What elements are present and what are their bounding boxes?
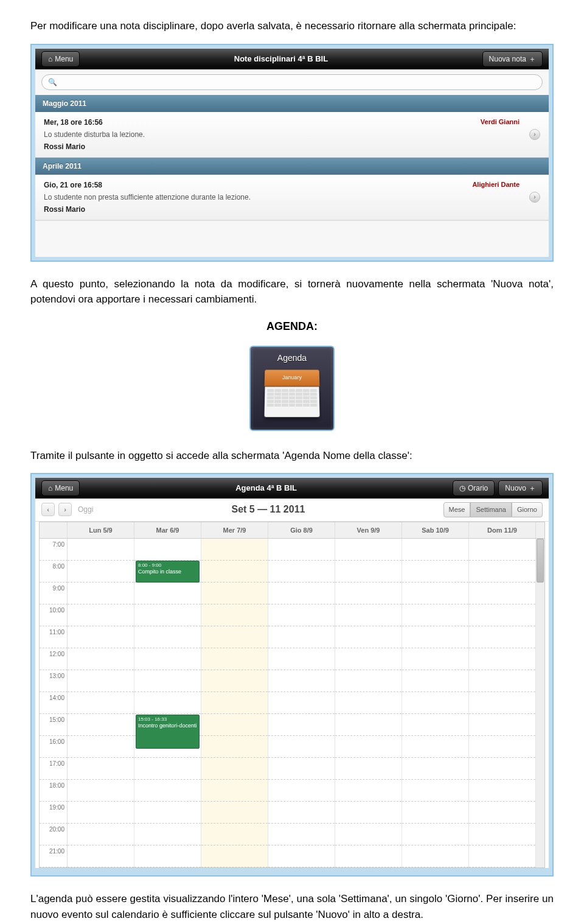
note-student: Rossi Mario xyxy=(44,141,540,152)
calendar-frame: Lun 5/9 Mar 6/9 Mer 7/9 Gio 8/9 Ven 9/9 … xyxy=(39,522,545,869)
time-label: 21:00 xyxy=(40,845,68,867)
note-row[interactable]: Gio, 21 ore 16:58 Lo studente non presta… xyxy=(35,175,549,220)
note-description: Lo studente disturba la lezione. xyxy=(44,129,540,140)
note-row[interactable]: Mer, 18 ore 16:56 Lo studente disturba l… xyxy=(35,112,549,158)
day-column[interactable] xyxy=(68,539,134,867)
today-button[interactable]: Oggi xyxy=(78,504,93,515)
day-column[interactable] xyxy=(335,539,402,867)
notes-title: Note disciplinari 4ª B BIL xyxy=(234,53,328,65)
time-label: 16:00 xyxy=(40,736,68,758)
menu-label: Menu xyxy=(55,483,73,494)
note-author: Alighieri Dante xyxy=(472,180,520,190)
day-header: Ven 9/9 xyxy=(335,522,402,539)
time-label: 11:00 xyxy=(40,626,68,648)
menu-button[interactable]: ⌂ Menu xyxy=(41,51,80,67)
orario-label: Orario xyxy=(468,483,488,494)
note-datetime: Gio, 21 ore 16:58 xyxy=(44,180,540,191)
agenda-topbar: ⌂ Menu Agenda 4ª B BIL ◷ Orario Nuovo ＋ xyxy=(35,478,549,499)
plus-icon: ＋ xyxy=(529,483,536,494)
day-header: Lun 5/9 xyxy=(68,522,134,539)
month-header-maggio: Maggio 2011 xyxy=(35,95,549,112)
agenda-tile-container: Agenda January xyxy=(30,346,554,431)
clock-icon: ◷ xyxy=(459,483,465,494)
time-grid[interactable]: 7:008:009:0010:0011:0012:0013:0014:0015:… xyxy=(40,539,536,867)
new-note-label: Nuova nota xyxy=(489,54,526,65)
day-header: Mar 6/9 xyxy=(134,522,201,539)
day-column[interactable] xyxy=(469,539,536,867)
plus-icon: ＋ xyxy=(529,54,536,65)
orario-button[interactable]: ◷ Orario xyxy=(453,480,495,496)
menu-label: Menu xyxy=(55,54,73,65)
agenda-tile-label: Agenda xyxy=(277,352,307,365)
event-time: 8:00 - 9:00 xyxy=(138,562,197,569)
event-label: Incontro genitori-docenti xyxy=(138,723,197,729)
nuovo-button[interactable]: Nuovo ＋ xyxy=(498,480,543,496)
time-label: 12:00 xyxy=(40,648,68,670)
scroll-header-spacer xyxy=(536,522,544,539)
time-label: 17:00 xyxy=(40,758,68,780)
time-label: 14:00 xyxy=(40,692,68,714)
calendar-icon: January xyxy=(265,369,319,418)
view-giorno-button[interactable]: Giorno xyxy=(512,502,543,517)
day-column[interactable] xyxy=(402,539,469,867)
calendar-icon-month: January xyxy=(265,369,320,386)
time-label: 19:00 xyxy=(40,802,68,824)
event-label: Compito in classe xyxy=(138,569,197,575)
day-column[interactable]: 8:00 - 9:00Compito in classe15:03 - 16:3… xyxy=(134,539,201,867)
date-range-title: Set 5 — 11 2011 xyxy=(93,502,443,517)
day-column[interactable] xyxy=(268,539,335,867)
calendar-event[interactable]: 8:00 - 9:00Compito in classe xyxy=(136,561,200,583)
view-mese-button[interactable]: Mese xyxy=(443,502,471,517)
day-column[interactable] xyxy=(201,539,268,867)
chevron-right-icon: › xyxy=(529,129,540,140)
menu-button[interactable]: ⌂ Menu xyxy=(41,480,80,496)
search-icon: 🔍 xyxy=(48,77,57,88)
paragraph-2: A questo punto, selezionando la nota da … xyxy=(30,276,554,307)
view-segment: Mese Settimana Giorno xyxy=(443,502,543,517)
note-datetime: Mer, 18 ore 16:56 xyxy=(44,117,540,128)
nuovo-label: Nuovo xyxy=(505,483,526,494)
search-row: 🔍 xyxy=(35,69,549,95)
day-header: Gio 8/9 xyxy=(268,522,335,539)
paragraph-1: Per modificare una nota disciplinare, do… xyxy=(30,18,554,34)
new-note-button[interactable]: Nuova nota ＋ xyxy=(482,51,543,67)
agenda-title: Agenda 4ª B BIL xyxy=(235,482,297,494)
day-headers: Lun 5/9 Mar 6/9 Mer 7/9 Gio 8/9 Ven 9/9 … xyxy=(40,522,544,539)
time-label: 7:00 xyxy=(40,539,68,561)
prev-week-button[interactable]: ‹ xyxy=(41,503,55,516)
time-label: 10:00 xyxy=(40,604,68,626)
agenda-datebar: ‹ › Oggi Set 5 — 11 2011 Mese Settimana … xyxy=(35,499,549,522)
notes-empty-area xyxy=(35,220,549,257)
month-header-aprile: Aprile 2011 xyxy=(35,158,549,175)
paragraph-4: L'agenda può essere gestita visualizzand… xyxy=(30,891,554,922)
chevron-right-icon: › xyxy=(529,192,540,203)
time-label: 9:00 xyxy=(40,583,68,604)
home-icon: ⌂ xyxy=(48,54,52,65)
vertical-scrollbar[interactable] xyxy=(536,539,544,867)
event-time: 15:03 - 16:33 xyxy=(138,716,197,723)
day-header: Mer 7/9 xyxy=(201,522,268,539)
next-week-button[interactable]: › xyxy=(58,503,72,516)
time-label: 18:00 xyxy=(40,780,68,802)
time-header-spacer xyxy=(40,522,68,539)
view-settimana-button[interactable]: Settimana xyxy=(470,502,512,517)
time-label: 20:00 xyxy=(40,824,68,845)
note-student: Rossi Mario xyxy=(44,204,540,215)
day-header: Sab 10/9 xyxy=(402,522,469,539)
paragraph-3: Tramite il pulsante in oggetto si accede… xyxy=(30,448,554,464)
calendar-event[interactable]: 15:03 - 16:33Incontro genitori-docenti xyxy=(136,715,200,749)
scrollbar-thumb[interactable] xyxy=(537,539,544,583)
notes-topbar: ⌂ Menu Note disciplinari 4ª B BIL Nuova … xyxy=(35,49,549,69)
agenda-tile-button[interactable]: Agenda January xyxy=(249,346,335,431)
note-author: Verdi Gianni xyxy=(481,117,520,127)
section-title-agenda: AGENDA: xyxy=(30,318,554,335)
screenshot-notes: ⌂ Menu Note disciplinari 4ª B BIL Nuova … xyxy=(30,44,554,262)
day-header: Dom 11/9 xyxy=(469,522,536,539)
note-description: Lo studente non presta sufficiente atten… xyxy=(44,192,540,203)
search-input[interactable]: 🔍 xyxy=(41,74,543,90)
screenshot-agenda: ⌂ Menu Agenda 4ª B BIL ◷ Orario Nuovo ＋ … xyxy=(30,473,554,877)
time-label: 15:00 xyxy=(40,714,68,736)
time-label: 13:00 xyxy=(40,670,68,692)
time-label: 8:00 xyxy=(40,561,68,583)
home-icon: ⌂ xyxy=(48,483,52,494)
